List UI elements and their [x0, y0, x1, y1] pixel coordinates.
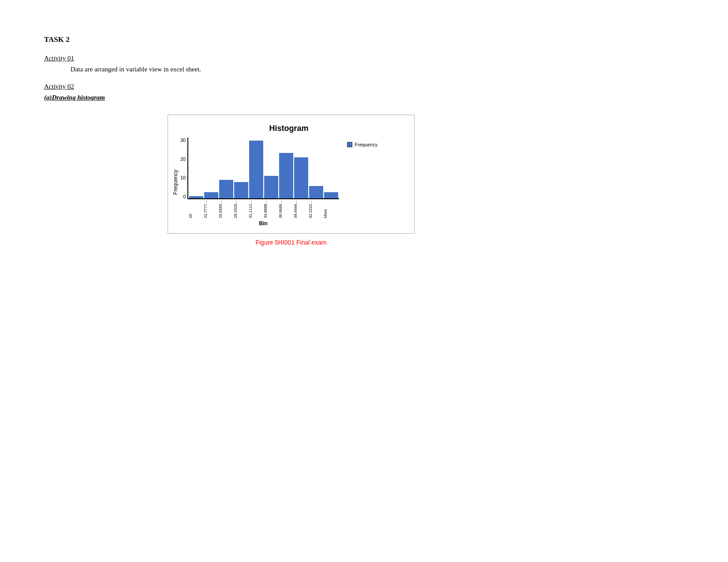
bar-4: [249, 141, 263, 198]
chart-area: Frequency 30 20 10 0 2022.7777...25.5555…: [172, 138, 405, 227]
x-label-6: 36.6666...: [278, 201, 292, 218]
x-label-8: 42.2222...: [308, 201, 322, 218]
x-label-0: 20: [188, 201, 202, 218]
task-title: TASK 2: [44, 35, 684, 44]
x-axis-labels: 2022.7777...25.5555...28.3333...31.1111.…: [187, 201, 339, 218]
x-label-5: 33.8888...: [263, 201, 277, 218]
activity01-description: Data are arranged in variable view in ex…: [71, 66, 684, 73]
bar-2: [219, 180, 233, 198]
chart-with-axes: 30 20 10 0 2022.7777...25.5555...28.3333…: [180, 138, 377, 227]
bar-7: [294, 157, 308, 198]
figure-caption: Figure 5HI001 Final exam: [168, 239, 414, 246]
bar-1: [204, 192, 218, 198]
y-tick-30: 30: [180, 138, 186, 143]
chart-title: Histogram: [172, 124, 405, 133]
legend-label: Frequency: [355, 142, 377, 147]
x-label-4: 31.1111...: [248, 201, 262, 218]
y-tick-10: 10: [180, 175, 186, 180]
x-label-1: 22.7777...: [203, 201, 217, 218]
x-label-2: 25.5555...: [218, 201, 232, 218]
chart-box: Histogram Frequency 30 20 10 0 2022.7777…: [168, 115, 414, 234]
x-label-7: 39.4444...: [293, 201, 307, 218]
chart-legend: Frequency: [339, 138, 377, 147]
legend-item: Frequency: [347, 142, 377, 147]
bar-6: [279, 153, 293, 198]
activity02-sub: (a)Drawing histogram: [44, 94, 684, 101]
bars-and-xaxis: 2022.7777...25.5555...28.3333...31.1111.…: [187, 138, 339, 227]
x-label-3: 28.3333...: [233, 201, 247, 218]
y-axis-ticks: 30 20 10 0: [180, 138, 186, 199]
y-axis-label: Frequency: [172, 170, 179, 195]
bars-row: [187, 138, 339, 199]
x-axis-title: Bin: [187, 220, 339, 227]
bar-8: [309, 186, 323, 198]
bar-9: [324, 192, 338, 198]
y-tick-20: 20: [180, 156, 186, 162]
legend-color-box: [347, 142, 352, 147]
activity01-link: Activity 01: [44, 55, 74, 62]
activity02-link: Activity 02: [44, 83, 74, 90]
bar-0: [189, 196, 203, 198]
chart-container: Histogram Frequency 30 20 10 0 2022.7777…: [168, 115, 414, 246]
bar-5: [264, 176, 278, 198]
x-label-9: More: [323, 201, 337, 218]
bar-3: [234, 182, 248, 198]
y-tick-0: 0: [180, 194, 186, 199]
